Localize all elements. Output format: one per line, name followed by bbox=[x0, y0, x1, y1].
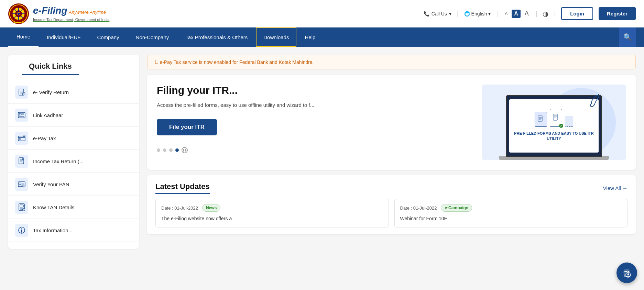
nav-item-help[interactable]: Help bbox=[296, 27, 324, 47]
font-increase-button[interactable]: A bbox=[523, 9, 530, 18]
carousel-dots bbox=[157, 147, 475, 153]
update-card-2-header: Date : 01-Jul-2022 e-Campaign bbox=[400, 204, 622, 212]
nav-item-downloads[interactable]: Downloads bbox=[256, 27, 296, 47]
logo-text-area: e-Filing Anywhere Anytime Income Tax Dep… bbox=[33, 5, 109, 22]
tan-icon bbox=[15, 201, 28, 214]
hero-image: PRE-FILLED FORMS AND EASY TO USE ITR UTI… bbox=[482, 85, 626, 160]
quick-link-pan[interactable]: Verify Your PAN bbox=[8, 173, 139, 196]
svg-point-22 bbox=[19, 183, 21, 185]
quick-links-panel: Quick Links e- Verify Return bbox=[8, 55, 139, 249]
laptop-illustration: PRE-FILLED FORMS AND EASY TO USE ITR UTI… bbox=[492, 85, 616, 160]
nav-items: Home Individual/HUF Company Non-Company … bbox=[8, 27, 619, 47]
update-text-1: The e-Filing website now offers a bbox=[161, 215, 383, 222]
logo-subtitle: Income Tax Department, Government of Ind… bbox=[33, 18, 109, 22]
hero-description: Access the pre-filled forms, easy to use… bbox=[157, 101, 475, 109]
font-decrease-button[interactable]: A bbox=[503, 11, 509, 17]
update-text-2: Webinar for Form 10E bbox=[400, 215, 622, 222]
quick-link-tax-info[interactable]: Tax Information... bbox=[8, 219, 139, 242]
file-itr-button[interactable]: File your ITR bbox=[157, 119, 217, 135]
svg-rect-25 bbox=[20, 205, 23, 207]
pan-icon bbox=[15, 178, 28, 191]
svg-rect-18 bbox=[19, 138, 21, 140]
svg-point-34 bbox=[628, 271, 629, 272]
quick-links-header: Quick Links bbox=[8, 62, 139, 81]
svg-rect-30 bbox=[553, 114, 557, 120]
register-button[interactable]: Register bbox=[599, 7, 636, 20]
quick-link-itr[interactable]: Income Tax Return (... bbox=[8, 150, 139, 173]
carousel-dot-4[interactable] bbox=[175, 148, 179, 152]
update-badge-2: e-Campaign bbox=[441, 204, 472, 212]
right-panel: 1. e-Pay Tax service is now enabled for … bbox=[147, 55, 636, 249]
navbar: Home Individual/HUF Company Non-Company … bbox=[0, 27, 644, 47]
update-date-2: Date : 01-Jul-2022 bbox=[400, 205, 437, 211]
search-icon: 🔍 bbox=[623, 33, 632, 41]
tax-info-icon bbox=[15, 224, 28, 237]
svg-point-36 bbox=[627, 274, 629, 275]
updates-section: Latest Updates View All → Date : 01-Jul-… bbox=[147, 175, 636, 234]
quick-link-epay[interactable]: e-Pay Tax bbox=[8, 127, 139, 150]
nav-item-home[interactable]: Home bbox=[8, 27, 39, 47]
quick-link-label: Verify Your PAN bbox=[33, 181, 69, 187]
phone-icon: 📞 bbox=[424, 11, 429, 16]
svg-point-3 bbox=[17, 12, 20, 15]
carousel-pause-button[interactable] bbox=[182, 147, 188, 153]
nav-item-company[interactable]: Company bbox=[89, 27, 127, 47]
logo-area: INCOME TAX DEPT e-Filing Anywhere Anytim… bbox=[8, 3, 109, 24]
chevron-down-icon: ▾ bbox=[449, 11, 451, 16]
separator4: | bbox=[554, 10, 556, 17]
font-controls: A A A bbox=[503, 9, 530, 18]
aadhaar-icon bbox=[15, 109, 28, 122]
svg-text:INCOME TAX DEPT: INCOME TAX DEPT bbox=[11, 22, 26, 23]
globe-icon: 🌐 bbox=[464, 11, 470, 16]
svg-point-33 bbox=[626, 271, 627, 272]
svg-point-28 bbox=[21, 228, 22, 229]
separator: | bbox=[457, 10, 459, 17]
carousel-dot-3[interactable] bbox=[169, 148, 173, 152]
chevron-down-icon: ▾ bbox=[488, 11, 491, 16]
nav-item-individual[interactable]: Individual/HUF bbox=[39, 27, 89, 47]
screen-label: PRE-FILLED FORMS AND EASY TO USE ITR UTI… bbox=[509, 130, 599, 143]
quick-link-label: e-Pay Tax bbox=[33, 135, 56, 141]
update-date-1: Date : 01-Jul-2022 bbox=[161, 205, 198, 211]
view-all-button[interactable]: View All → bbox=[603, 185, 627, 191]
logo-efiling: e-Filing Anywhere Anytime Income Tax Dep… bbox=[33, 5, 109, 22]
contrast-button[interactable]: ◑ bbox=[543, 10, 548, 18]
hand-icon bbox=[585, 91, 602, 110]
nav-item-tax-professionals[interactable]: Tax Professionals & Others bbox=[177, 27, 256, 47]
login-button[interactable]: Login bbox=[561, 7, 593, 20]
quick-link-label: Know TAN Details bbox=[33, 204, 74, 210]
quick-links-title: Quick Links bbox=[22, 62, 79, 75]
updates-title: Latest Updates bbox=[155, 182, 210, 194]
quick-link-label: Income Tax Return (... bbox=[33, 158, 84, 164]
update-card-1: Date : 01-Jul-2022 News The e-Filing web… bbox=[155, 199, 389, 227]
quick-link-label: e- Verify Return bbox=[33, 89, 69, 95]
update-card-2: Date : 01-Jul-2022 e-Campaign Webinar fo… bbox=[394, 199, 628, 227]
quick-link-label: Tax Information... bbox=[33, 227, 73, 233]
updates-cards: Date : 01-Jul-2022 News The e-Filing web… bbox=[155, 199, 627, 227]
alert-text: 1. e-Pay Tax service is now enabled for … bbox=[154, 59, 313, 65]
main-content: Quick Links e- Verify Return bbox=[0, 47, 644, 257]
search-button[interactable]: 🔍 bbox=[619, 27, 636, 47]
update-badge-1: News bbox=[202, 204, 220, 212]
nav-item-non-company[interactable]: Non-Company bbox=[128, 27, 177, 47]
chatbot-button[interactable] bbox=[616, 263, 637, 283]
quick-link-label: Link Aadhaar bbox=[33, 112, 63, 118]
updates-header: Latest Updates View All → bbox=[155, 182, 627, 194]
carousel-dot-2[interactable] bbox=[163, 148, 166, 152]
update-card-1-header: Date : 01-Jul-2022 News bbox=[161, 204, 383, 212]
quick-link-aadhaar[interactable]: Link Aadhaar bbox=[8, 104, 139, 127]
font-medium-button[interactable]: A bbox=[512, 10, 521, 18]
separator3: | bbox=[536, 10, 537, 17]
language-selector[interactable]: 🌐 English ▾ bbox=[464, 11, 491, 16]
header-right: 📞 Call Us ▾ | 🌐 English ▾ | A A A | ◑ | … bbox=[424, 7, 636, 20]
itr-icon bbox=[15, 155, 28, 168]
carousel-dot-1[interactable] bbox=[157, 148, 160, 152]
quick-link-verify-return[interactable]: e- Verify Return bbox=[8, 81, 139, 104]
header: INCOME TAX DEPT e-Filing Anywhere Anytim… bbox=[0, 0, 644, 27]
verify-return-icon bbox=[15, 86, 28, 99]
logo-emblem: INCOME TAX DEPT bbox=[8, 3, 29, 24]
quick-link-tan[interactable]: Know TAN Details bbox=[8, 196, 139, 219]
hero-title: Filing your ITR... bbox=[157, 85, 475, 96]
call-us-button[interactable]: 📞 Call Us ▾ bbox=[424, 11, 451, 16]
svg-point-32 bbox=[624, 271, 626, 272]
